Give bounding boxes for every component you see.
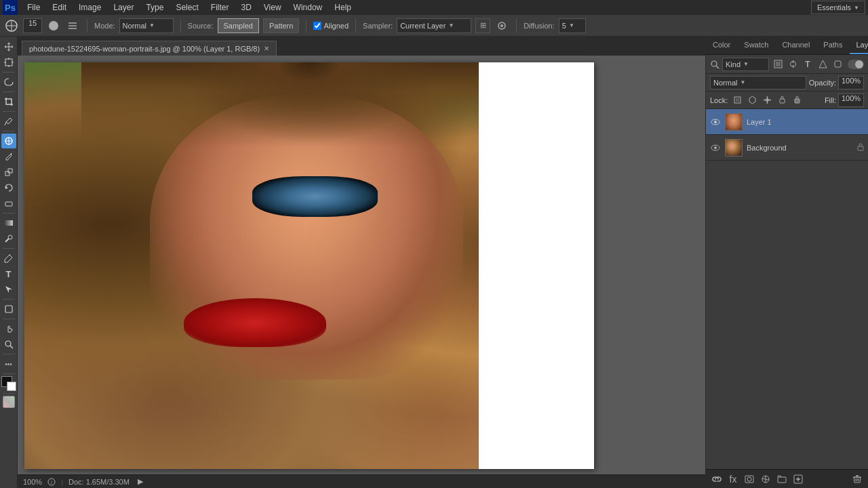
open-healing-settings-icon[interactable] [494,18,509,33]
background-color[interactable] [7,382,16,391]
menu-file[interactable]: File [22,1,45,14]
shape-tool[interactable] [1,302,16,317]
separator-1 [87,19,87,33]
opacity-section: Opacity: 100% [809,76,864,89]
history-brush-tool[interactable] [1,180,16,195]
menu-view[interactable]: View [258,1,287,14]
brush-icon[interactable] [46,18,61,33]
menu-layer[interactable]: Layer [108,1,139,14]
document-tab-close[interactable]: ✕ [264,45,269,52]
svg-rect-15 [5,171,9,176]
canvas-scroll[interactable] [18,56,705,474]
blend-opacity-row: Normal Opacity: 100% [706,74,868,92]
svg-point-23 [5,341,11,346]
fill-input[interactable]: 100% [838,94,864,107]
create-group-icon[interactable] [775,472,789,486]
healing-brush-tool[interactable] [1,134,16,148]
layer-thumbnail-background [725,139,743,157]
menu-image[interactable]: Image [73,1,106,14]
move-tool[interactable] [1,39,16,54]
menu-filter[interactable]: Filter [205,1,235,14]
tool-preset-picker[interactable] [4,18,19,33]
eye-area [252,176,378,217]
filter-adjustment-icon[interactable] [787,58,799,70]
menu-type[interactable]: Type [140,1,169,14]
status-info-icon[interactable]: i [47,478,56,486]
eraser-tool[interactable] [1,196,16,211]
create-new-layer-icon[interactable] [791,472,805,486]
tab-swatch[interactable]: Swatch [737,37,775,54]
menu-edit[interactable]: Edit [47,1,72,14]
filter-kind-dropdown[interactable]: Kind [722,58,769,71]
tool-separator-5 [3,213,15,214]
crop-tool[interactable] [1,94,16,109]
svg-line-11 [5,122,6,125]
panel-bottom-toolbar: fx [706,469,868,488]
tab-channel[interactable]: Channel [775,37,816,54]
ps-logo: Ps [3,0,18,15]
filter-type-icon[interactable]: T [802,58,814,70]
lock-row: Lock: Fill: 100% [706,92,868,109]
pen-tool[interactable] [1,251,16,266]
dodge-tool[interactable] [1,231,16,246]
svg-rect-17 [5,202,12,206]
canvas-area: photodune-15224695-woman-portrait-s.jpg … [18,37,705,488]
filter-shape-icon[interactable] [816,58,829,70]
delete-layer-icon[interactable] [850,472,864,486]
filter-toggle[interactable] [848,60,864,69]
tab-color[interactable]: Color [706,37,737,54]
diffusion-dropdown[interactable]: 5 [559,18,586,33]
type-tool[interactable]: T [1,266,16,281]
filter-smart-icon[interactable] [831,58,844,70]
filter-pixel-icon[interactable] [772,58,784,70]
add-mask-icon[interactable] [743,472,756,486]
status-bar: 100% i | Doc: 1.65M/3.30M ▶ [18,474,705,488]
svg-line-24 [10,346,13,348]
lock-position-icon[interactable] [762,95,772,106]
brush-tool[interactable] [1,149,16,164]
artboard-tool[interactable] [1,55,16,70]
menu-window[interactable]: Window [288,1,328,14]
menu-3d[interactable]: 3D [235,1,256,14]
tab-layers[interactable]: Layers [850,37,869,54]
hand-tool[interactable] [1,321,16,336]
blend-mode-dropdown[interactable]: Normal [710,76,806,89]
layer-background-visibility-icon[interactable] [710,142,721,153]
path-selection-tool[interactable] [1,282,16,297]
lock-transparent-icon[interactable] [732,95,743,106]
tab-paths[interactable]: Paths [816,37,849,54]
brush-settings-icon[interactable] [65,18,80,33]
menu-select[interactable]: Select [170,1,203,14]
source-pattern-btn[interactable]: Pattern [263,18,299,33]
link-layers-icon[interactable] [710,472,724,486]
clone-stamp-tool[interactable] [1,165,16,180]
lasso-tool[interactable] [1,75,16,89]
opacity-input[interactable]: 100% [838,76,864,89]
sample-all-layers-icon[interactable]: ⊞ [475,18,490,33]
lock-image-icon[interactable] [747,95,757,106]
workspace-button[interactable]: Essentials [811,1,865,14]
lock-all-icon[interactable] [791,95,802,106]
layer-visibility-icon[interactable] [710,117,721,127]
layer-item-background[interactable]: Background [706,135,868,161]
sampler-dropdown[interactable]: Current Layer [397,18,471,33]
source-label: Source: [188,22,214,30]
more-tools[interactable]: ••• [1,357,16,371]
add-layer-style-icon[interactable]: fx [726,472,740,486]
photo-canvas[interactable] [24,62,594,469]
document-tab[interactable]: photodune-15224695-woman-portrait-s.jpg … [22,41,277,56]
zoom-tool[interactable] [1,337,16,352]
layers-filter-toolbar: Kind T [706,55,868,74]
add-adjustment-icon[interactable] [759,472,772,486]
eyedropper-tool[interactable] [1,114,16,129]
color-picker[interactable] [1,376,16,391]
gradient-tool[interactable] [1,216,16,230]
aligned-checkbox[interactable]: Aligned [313,22,349,30]
menu-help[interactable]: Help [329,1,357,14]
lock-artboard-icon[interactable] [776,95,787,106]
layer-item-layer1[interactable]: Layer 1 [706,109,868,135]
quick-mask-mode[interactable] [3,396,15,408]
mode-dropdown[interactable]: Normal [119,18,174,33]
source-sampled-btn[interactable]: Sampled [218,18,259,33]
brush-size-input[interactable]: 15 [23,18,42,33]
